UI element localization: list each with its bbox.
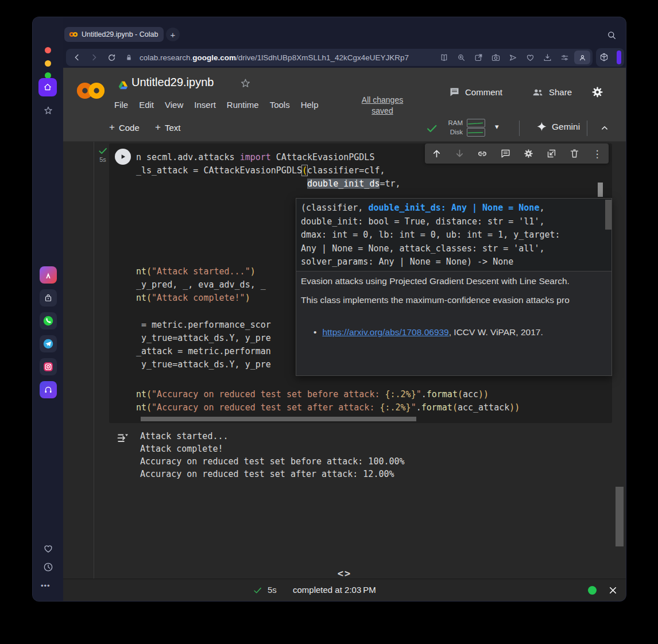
menu-edit[interactable]: Edit xyxy=(139,100,154,110)
code-snippets-button[interactable]: <> xyxy=(338,568,351,579)
add-text-button[interactable]: +Text xyxy=(155,122,180,133)
app-store-button[interactable] xyxy=(40,289,57,307)
editor-vertical-scrollbar[interactable] xyxy=(598,183,603,197)
traffic-light-close[interactable] xyxy=(45,47,51,53)
people-icon xyxy=(531,86,544,98)
status-green-dot xyxy=(588,586,597,595)
reload-button[interactable] xyxy=(103,53,120,63)
profile-button[interactable] xyxy=(574,51,590,64)
cell-settings-button[interactable] xyxy=(517,148,540,159)
tooltip-doc-body: Evasion attacks using Projected Gradient… xyxy=(296,271,611,375)
tab-title: Untitled29.ipynb - Colab xyxy=(82,30,158,38)
move-cell-up-button[interactable] xyxy=(425,148,448,159)
cell-toolbar: ⋮ xyxy=(425,143,609,164)
notebook-toolbar: +Code +Text RAM Disk ▾ Gemini xyxy=(63,115,626,142)
open-in-tab-icon xyxy=(546,148,557,159)
share-page-button[interactable] xyxy=(470,53,487,63)
close-status-button[interactable] xyxy=(607,585,618,596)
url-bar[interactable]: colab.research.google.com/drive/1lSdhUBp… xyxy=(66,49,593,66)
menu-file[interactable]: File xyxy=(114,100,128,110)
url-text[interactable]: colab.research.google.com/drive/1lSdhUBp… xyxy=(140,53,409,62)
home-button[interactable] xyxy=(38,78,57,96)
run-cell-button[interactable] xyxy=(115,149,131,165)
home-icon xyxy=(42,82,53,92)
cube-icon xyxy=(599,52,609,63)
open-in-tab-button[interactable] xyxy=(540,148,563,159)
colab-logo-icon xyxy=(75,79,107,102)
browser-sidebar: ••• xyxy=(33,17,63,601)
ram-label: RAM xyxy=(443,119,463,126)
gemini-button[interactable]: Gemini xyxy=(536,121,580,132)
back-button[interactable] xyxy=(68,52,86,63)
reference-citation: , ICCV W. ViPAR, 2017. xyxy=(449,327,543,337)
favorite-button[interactable] xyxy=(521,53,539,63)
collapse-toolbar-button[interactable] xyxy=(599,123,610,133)
arxiv-link[interactable]: https://arxiv.org/abs/1708.06939 xyxy=(322,327,448,337)
status-exec-time: 5s xyxy=(268,585,277,595)
status-message: completed at 2:03 PM xyxy=(293,585,376,595)
app-telegram-button[interactable] xyxy=(40,335,57,352)
download-button[interactable] xyxy=(539,53,556,63)
colab-header: Untitled29.ipynb File Edit View Insert R… xyxy=(63,68,626,115)
notebook-scrollbar[interactable] xyxy=(616,487,624,546)
favorites-heart-button[interactable] xyxy=(42,543,54,554)
tooltip-scrollbar[interactable] xyxy=(605,200,611,230)
link-icon xyxy=(477,148,488,160)
browser-tab[interactable]: Untitled29.ipynb - Colab xyxy=(64,27,164,42)
heart-icon xyxy=(42,543,54,554)
zoom-button[interactable] xyxy=(452,53,470,63)
add-code-button[interactable]: +Code xyxy=(109,122,140,133)
book-icon xyxy=(439,53,449,63)
star-notebook-button[interactable] xyxy=(239,77,251,90)
app-arc-button[interactable] xyxy=(40,266,57,284)
share-button[interactable]: Share xyxy=(531,86,572,98)
menu-help[interactable]: Help xyxy=(301,100,319,110)
menu-runtime[interactable]: Runtime xyxy=(227,100,259,110)
lock-icon xyxy=(120,53,137,62)
app-whatsapp-button[interactable] xyxy=(40,312,57,329)
boost-pill[interactable] xyxy=(617,51,621,64)
app-music-button[interactable] xyxy=(40,381,57,398)
screenshot-button[interactable] xyxy=(487,53,504,63)
menu-tools[interactable]: Tools xyxy=(270,100,290,110)
save-status[interactable]: All changessaved xyxy=(350,95,415,117)
sidebar-more-button[interactable]: ••• xyxy=(41,581,51,590)
camera-icon xyxy=(491,53,501,63)
move-cell-down-button[interactable] xyxy=(448,148,471,159)
cell-execution-info: 5s xyxy=(95,146,110,163)
chevron-left-icon xyxy=(72,52,82,63)
comment-button[interactable]: Comment xyxy=(448,86,502,98)
favorites-star-button[interactable] xyxy=(42,105,54,117)
screen: ••• Untitled29.ipynb - Colab + colab.res… xyxy=(0,0,658,644)
share-label: Share xyxy=(549,87,572,97)
url-domain: google.com xyxy=(192,53,236,62)
history-button[interactable] xyxy=(42,561,54,573)
traffic-light-minimize[interactable] xyxy=(45,60,51,67)
output-icon[interactable] xyxy=(116,431,130,445)
dots-v-icon: ⋮ xyxy=(593,148,602,160)
forward-button[interactable] xyxy=(86,52,103,63)
editor-horizontal-scrollbar[interactable] xyxy=(141,417,416,421)
app-instagram-button[interactable] xyxy=(40,358,57,375)
copy-cell-link-button[interactable] xyxy=(471,148,494,160)
extension-cube-button[interactable] xyxy=(599,52,609,63)
menu-insert[interactable]: Insert xyxy=(194,100,216,110)
whatsapp-icon xyxy=(42,315,55,327)
resources-dropdown[interactable]: ▾ xyxy=(495,122,499,131)
settings-button[interactable] xyxy=(591,86,604,99)
gemini-label: Gemini xyxy=(552,122,580,132)
notebook-title[interactable]: Untitled29.ipynb xyxy=(131,76,214,89)
menu-view[interactable]: View xyxy=(165,100,183,110)
reader-mode-button[interactable] xyxy=(435,53,452,63)
tabstrip-search-button[interactable] xyxy=(606,30,617,41)
cell-more-actions-button[interactable]: ⋮ xyxy=(586,148,609,160)
doc-description: This class implements the maximum-confid… xyxy=(301,295,570,305)
doc-reference: •https://arxiv.org/abs/1708.06939, ICCV … xyxy=(313,327,543,337)
comment-cell-button[interactable] xyxy=(494,148,517,159)
new-tab-button[interactable]: + xyxy=(166,28,180,41)
status-check-icon xyxy=(253,585,262,595)
tune-button[interactable] xyxy=(556,53,573,63)
send-button[interactable] xyxy=(504,53,521,63)
colab-logo[interactable] xyxy=(75,79,107,102)
delete-cell-button[interactable] xyxy=(563,148,586,159)
